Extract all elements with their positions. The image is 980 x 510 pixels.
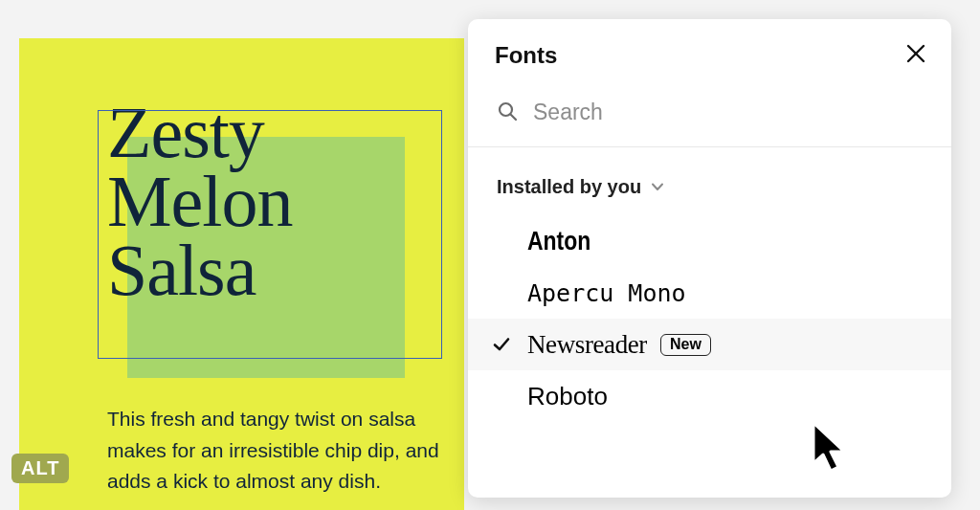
search-row — [468, 86, 951, 147]
font-item-newsreader[interactable]: Newsreader New — [468, 319, 951, 370]
section-installed-by-you[interactable]: Installed by you — [468, 147, 951, 215]
headline-text[interactable]: ZestyMelonSalsa — [107, 98, 452, 305]
font-list: Anton Apercu Mono Newsreader New Roboto — [468, 215, 951, 422]
panel-title: Fonts — [495, 42, 557, 69]
font-item-roboto[interactable]: Roboto — [468, 370, 951, 422]
body-text[interactable]: This fresh and tangy twist on salsa make… — [107, 404, 442, 498]
close-icon[interactable] — [905, 43, 926, 68]
chevron-down-icon — [651, 176, 664, 198]
document-canvas[interactable]: ZestyMelonSalsa This fresh and tangy twi… — [19, 38, 464, 510]
alt-badge[interactable]: ALT — [11, 454, 69, 483]
section-label: Installed by you — [497, 176, 641, 198]
font-label: Newsreader — [527, 330, 647, 360]
font-label: Roboto — [527, 382, 608, 411]
font-label: Anton — [527, 226, 590, 256]
font-label: Apercu Mono — [527, 279, 686, 307]
check-icon — [489, 335, 514, 354]
svg-line-3 — [511, 114, 517, 120]
search-input[interactable] — [533, 100, 924, 125]
fonts-panel: Fonts Installed by you Anton — [468, 19, 951, 498]
font-item-apercu-mono[interactable]: Apercu Mono — [468, 267, 951, 319]
font-item-anton[interactable]: Anton — [468, 215, 951, 267]
new-badge: New — [660, 334, 711, 356]
search-icon — [497, 100, 518, 125]
